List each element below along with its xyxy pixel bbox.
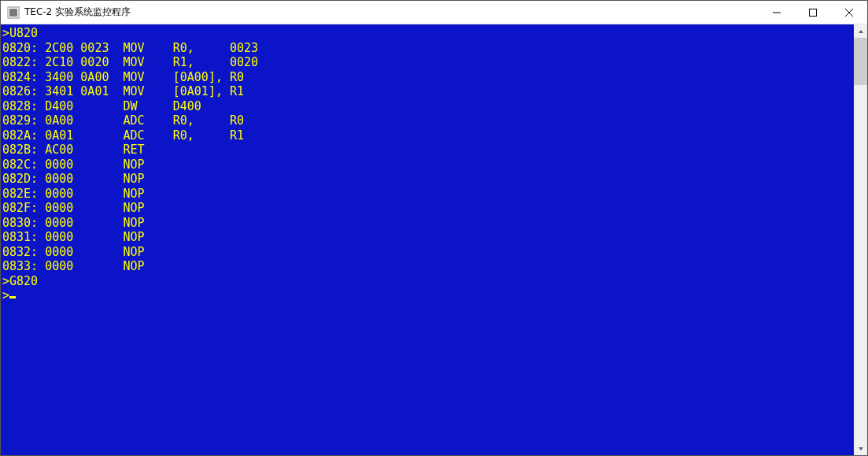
scroll-thumb[interactable] xyxy=(854,38,867,85)
minimize-button[interactable] xyxy=(759,1,795,24)
terminal-line: 082C: 0000 NOP xyxy=(2,158,854,172)
window-title: TEC-2 实验系统监控程序 xyxy=(24,6,759,19)
svg-rect-1 xyxy=(9,9,17,17)
svg-marker-7 xyxy=(859,447,863,450)
svg-marker-6 xyxy=(859,30,863,33)
terminal-line: 0822: 2C10 0020 MOV R1, 0020 xyxy=(2,55,854,70)
terminal-line: 082D: 0000 NOP xyxy=(2,172,854,187)
cursor xyxy=(9,296,16,298)
terminal-line: 0833: 0000 NOP xyxy=(2,259,854,274)
scroll-down-button[interactable] xyxy=(854,442,867,455)
terminal-line: 0831: 0000 NOP xyxy=(2,230,854,245)
terminal-line: 0832: 0000 NOP xyxy=(2,245,854,260)
terminal-line: 0820: 2C00 0023 MOV R0, 0023 xyxy=(2,41,854,56)
terminal-line: 082E: 0000 NOP xyxy=(2,187,854,202)
app-icon xyxy=(7,6,20,19)
svg-rect-3 xyxy=(810,9,817,16)
titlebar[interactable]: TEC-2 实验系统监控程序 xyxy=(1,1,867,24)
terminal-line: 0828: D400 DW D400 xyxy=(2,99,854,114)
close-button[interactable] xyxy=(831,1,867,24)
scroll-up-button[interactable] xyxy=(854,24,867,38)
terminal-line: 082A: 0A01 ADC R0, R1 xyxy=(2,128,854,143)
terminal-line: >U820 xyxy=(2,26,854,41)
terminal-line: >G820 xyxy=(2,274,854,289)
terminal-line: 0829: 0A00 ADC R0, R0 xyxy=(2,113,854,128)
maximize-button[interactable] xyxy=(795,1,831,24)
terminal-line: 0824: 3400 0A00 MOV [0A00], R0 xyxy=(2,70,854,85)
terminal-line: 0826: 3401 0A01 MOV [0A01], R1 xyxy=(2,84,854,99)
terminal-line: 0830: 0000 NOP xyxy=(2,216,854,231)
window-controls xyxy=(759,1,867,24)
terminal-line: 082F: 0000 NOP xyxy=(2,201,854,216)
client-area: >U8200820: 2C00 0023 MOV R0, 00230822: 2… xyxy=(1,24,867,455)
terminal-line: 082B: AC00 RET xyxy=(2,143,854,158)
vertical-scrollbar[interactable] xyxy=(854,24,867,455)
terminal-line: > xyxy=(2,288,854,303)
app-window: TEC-2 实验系统监控程序 >U8200820: 2C00 0023 MOV … xyxy=(0,0,868,456)
terminal-output[interactable]: >U8200820: 2C00 0023 MOV R0, 00230822: 2… xyxy=(1,24,854,455)
